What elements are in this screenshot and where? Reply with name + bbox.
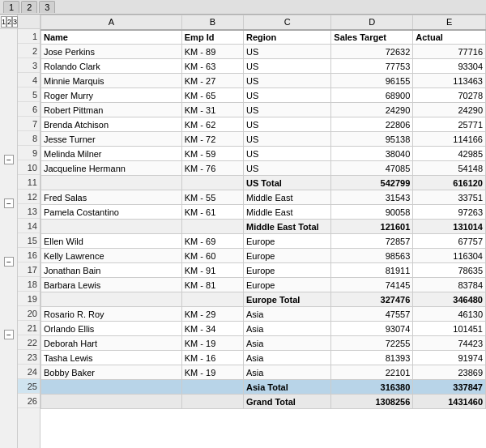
cell-4-A[interactable]: Minnie Marquis — [41, 74, 182, 88]
cell-21-E[interactable]: 101451 — [413, 322, 486, 336]
cell-3-C[interactable]: US — [244, 59, 331, 74]
row-num-17[interactable]: 17 — [18, 262, 40, 277]
cell-13-C[interactable]: Middle East — [244, 205, 331, 220]
row-num-18[interactable]: 18 — [18, 277, 40, 292]
cell-12-C[interactable]: Middle East — [244, 190, 331, 205]
cell-1-A[interactable]: Name — [41, 30, 182, 45]
cell-16-A[interactable]: Kelly Lawrence — [41, 249, 182, 263]
cell-16-E[interactable]: 116304 — [413, 249, 486, 263]
cell-15-A[interactable]: Ellen Wild — [41, 234, 182, 249]
cell-5-D[interactable]: 68900 — [331, 88, 413, 103]
cell-19-B[interactable] — [181, 292, 243, 307]
cell-14-A[interactable] — [41, 220, 182, 234]
cell-1-C[interactable]: Region — [244, 30, 331, 45]
cell-18-D[interactable]: 74145 — [331, 278, 413, 292]
cell-26-D[interactable]: 1308256 — [331, 395, 413, 409]
cell-10-A[interactable]: Jacqueline Hermann — [41, 161, 182, 176]
cell-17-C[interactable]: Europe — [244, 263, 331, 278]
cell-5-C[interactable]: US — [244, 88, 331, 103]
cell-25-A[interactable] — [41, 380, 182, 395]
cell-18-A[interactable]: Barbara Lewis — [41, 278, 182, 292]
cell-20-B[interactable]: KM - 29 — [181, 307, 243, 322]
cell-24-D[interactable]: 22101 — [331, 365, 413, 380]
cell-15-E[interactable]: 67757 — [413, 234, 486, 249]
col-header-e[interactable]: E — [413, 15, 486, 30]
cell-2-A[interactable]: Jose Perkins — [41, 45, 182, 59]
cell-7-B[interactable]: KM - 62 — [181, 117, 243, 132]
collapse-us[interactable]: − — [4, 155, 14, 164]
cell-11-C[interactable]: US Total — [244, 176, 331, 190]
cell-2-E[interactable]: 77716 — [413, 45, 486, 59]
row-num-12[interactable]: 12 — [18, 190, 40, 204]
cell-8-E[interactable]: 114166 — [413, 132, 486, 147]
cell-26-C[interactable]: Grand Total — [244, 395, 331, 409]
cell-19-C[interactable]: Europe Total — [244, 292, 331, 307]
cell-9-C[interactable]: US — [244, 147, 331, 161]
cell-3-B[interactable]: KM - 63 — [181, 59, 243, 74]
row-num-5[interactable]: 5 — [18, 87, 40, 102]
cell-17-D[interactable]: 81911 — [331, 263, 413, 278]
cell-23-A[interactable]: Tasha Lewis — [41, 351, 182, 365]
col-header-c[interactable]: C — [244, 15, 331, 30]
cell-24-A[interactable]: Bobby Baker — [41, 365, 182, 380]
cell-6-B[interactable]: KM - 31 — [181, 103, 243, 117]
row-num-24[interactable]: 24 — [18, 365, 40, 379]
outline-level-3[interactable]: 3 — [12, 16, 18, 28]
cell-5-E[interactable]: 70278 — [413, 88, 486, 103]
cell-20-E[interactable]: 46130 — [413, 307, 486, 322]
col-header-a[interactable]: A — [41, 15, 182, 30]
cell-10-C[interactable]: US — [244, 161, 331, 176]
cell-7-D[interactable]: 22806 — [331, 117, 413, 132]
cell-22-B[interactable]: KM - 19 — [181, 336, 243, 351]
row-num-2[interactable]: 2 — [18, 44, 40, 58]
tab-3[interactable]: 3 — [39, 1, 55, 13]
cell-22-E[interactable]: 74423 — [413, 336, 486, 351]
cell-14-C[interactable]: Middle East Total — [244, 220, 331, 234]
cell-3-E[interactable]: 93304 — [413, 59, 486, 74]
cell-11-E[interactable]: 616120 — [413, 176, 486, 190]
cell-17-A[interactable]: Jonathan Bain — [41, 263, 182, 278]
cell-5-A[interactable]: Roger Murry — [41, 88, 182, 103]
cell-16-D[interactable]: 98563 — [331, 249, 413, 263]
cell-8-A[interactable]: Jesse Turner — [41, 132, 182, 147]
cell-5-B[interactable]: KM - 65 — [181, 88, 243, 103]
row-num-22[interactable]: 22 — [18, 335, 40, 350]
cell-2-B[interactable]: KM - 89 — [181, 45, 243, 59]
col-header-b[interactable]: B — [181, 15, 243, 30]
cell-12-E[interactable]: 33751 — [413, 190, 486, 205]
row-num-3[interactable]: 3 — [18, 58, 40, 73]
cell-19-A[interactable] — [41, 292, 182, 307]
cell-8-D[interactable]: 95138 — [331, 132, 413, 147]
row-num-23[interactable]: 23 — [18, 350, 40, 365]
row-num-26[interactable]: 26 — [18, 394, 40, 408]
cell-25-E[interactable]: 337847 — [413, 380, 486, 395]
col-header-d[interactable]: D — [331, 15, 413, 30]
cell-17-E[interactable]: 78635 — [413, 263, 486, 278]
cell-22-C[interactable]: Asia — [244, 336, 331, 351]
cell-22-A[interactable]: Deborah Hart — [41, 336, 182, 351]
tab-1[interactable]: 1 — [3, 1, 19, 13]
cell-26-E[interactable]: 1431460 — [413, 395, 486, 409]
row-num-21[interactable]: 21 — [18, 321, 40, 335]
outline-level-2[interactable]: 2 — [6, 16, 12, 28]
cell-12-D[interactable]: 31543 — [331, 190, 413, 205]
cell-18-C[interactable]: Europe — [244, 278, 331, 292]
cell-11-A[interactable] — [41, 176, 182, 190]
cell-20-C[interactable]: Asia — [244, 307, 331, 322]
cell-21-B[interactable]: KM - 34 — [181, 322, 243, 336]
cell-12-B[interactable]: KM - 55 — [181, 190, 243, 205]
cell-3-D[interactable]: 77753 — [331, 59, 413, 74]
cell-4-E[interactable]: 113463 — [413, 74, 486, 88]
cell-25-B[interactable] — [181, 380, 243, 395]
row-num-13[interactable]: 13 — [18, 204, 40, 219]
cell-1-B[interactable]: Emp Id — [181, 30, 243, 45]
cell-11-B[interactable] — [181, 176, 243, 190]
cell-26-B[interactable] — [181, 395, 243, 409]
cell-20-D[interactable]: 47557 — [331, 307, 413, 322]
cell-24-C[interactable]: Asia — [244, 365, 331, 380]
row-num-1[interactable]: 1 — [18, 29, 40, 44]
row-num-9[interactable]: 9 — [18, 146, 40, 160]
cell-13-A[interactable]: Pamela Costantino — [41, 205, 182, 220]
cell-4-D[interactable]: 96155 — [331, 74, 413, 88]
cell-15-B[interactable]: KM - 69 — [181, 234, 243, 249]
